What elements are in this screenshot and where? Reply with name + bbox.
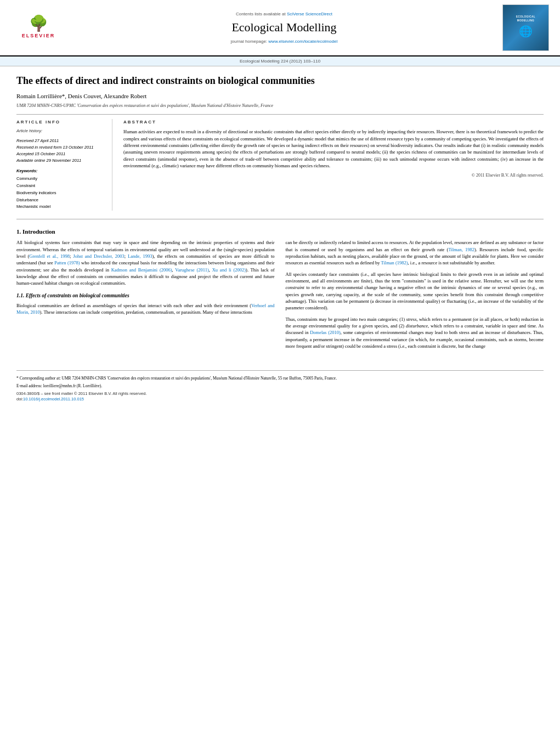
journal-homepage-link[interactable]: www.elsevier.com/locate/ecolmodel: [268, 39, 337, 44]
main-content: The effects of direct and indirect const…: [0, 66, 560, 362]
doi-line: doi:10.1016/j.ecolmodel.2011.10.015: [16, 397, 544, 403]
ref-kadmon[interactable]: Kadmon and Benjamini (2006): [111, 267, 172, 273]
intro-para-2: Biological communities are defined as as…: [16, 302, 275, 316]
body-right-col: can be directly or indirectly related to…: [286, 239, 544, 354]
keywords-section: Keywords: Community Constraint Biodivers…: [16, 168, 104, 211]
journal-homepage: journal homepage: www.elsevier.com/locat…: [77, 38, 491, 44]
right-para-2: All species constantly face constraints …: [286, 271, 544, 312]
ref-verhoef[interactable]: Verhoef and Morin, 2010: [16, 303, 274, 315]
issn-line: 0304-3800/$ – see front matter © 2011 El…: [16, 391, 544, 397]
article-info-abstract: ARTICLE INFO Article history: Received 2…: [16, 119, 544, 211]
authors: Romain Lorrillière*, Denis Couvet, Alexa…: [16, 92, 544, 100]
ref-tilman-1982[interactable]: Tilman, 1982: [448, 247, 474, 252]
footnote-email: E-mail address: lorrilliere@mnhn.fr (R. …: [16, 383, 544, 389]
citation-bar: Ecological Modelling 224 (2012) 103–110: [0, 56, 560, 66]
doi-link[interactable]: 10.1016/j.ecolmodel.2011.10.015: [23, 397, 84, 401]
sciverse-line: Contents lists available at SciVerse Sci…: [77, 11, 491, 17]
date-accepted: Accepted 15 October 2011: [16, 151, 104, 157]
article-history: Article history: Received 27 April 2011 …: [16, 128, 104, 164]
keyword-constraint: Constraint: [16, 183, 104, 190]
abstract-column: ABSTRACT Human activities are expected t…: [123, 119, 544, 211]
date-received: Received 27 April 2011: [16, 138, 104, 144]
keyword-disturbance: Disturbance: [16, 197, 104, 204]
date-revised: Received in revised form 13 October 2011: [16, 144, 104, 151]
elsevier-logo: 🌳 ELSEVIER: [11, 16, 66, 39]
date-online: Available online 29 November 2011: [16, 157, 104, 164]
elsevier-tree-icon: 🌳: [29, 16, 48, 31]
body-content: 1. Introduction All biological systems f…: [16, 228, 544, 354]
journal-center: Contents lists available at SciVerse Sci…: [66, 11, 502, 44]
ref-johst[interactable]: Johst and Drechsler, 2003: [73, 253, 124, 259]
abstract-header: ABSTRACT: [123, 119, 544, 125]
body-two-col: All biological systems face constraints …: [16, 239, 544, 354]
journal-title: Ecological Modelling: [77, 19, 491, 36]
elsevier-wordmark: ELSEVIER: [22, 32, 55, 39]
ecological-modelling-logo: ECOLOGICAL MODELLING 🌐: [502, 4, 549, 51]
right-para-3: Thus, constraints may be grouped into tw…: [286, 316, 544, 350]
abstract-copyright: © 2011 Elsevier B.V. All rights reserved…: [123, 172, 544, 178]
keyword-community: Community: [16, 176, 104, 183]
body-left-col: All biological systems face constraints …: [16, 239, 275, 354]
ref-grenfell[interactable]: Grenfell et al., 1998: [29, 253, 70, 259]
sciverse-link[interactable]: SciVerse ScienceDirect: [287, 12, 332, 16]
ref-lande[interactable]: Lande, 1993: [128, 253, 152, 259]
right-para-1: can be directly or indirectly related to…: [286, 239, 544, 266]
ref-xu[interactable]: Xu and li (2002): [212, 267, 246, 273]
journal-header: 🌳 ELSEVIER Contents lists available at S…: [0, 0, 560, 56]
abstract-text: Human activities are expected to result …: [123, 128, 544, 169]
section-1-1-title: 1.1. Effects of constraints on biologica…: [16, 292, 275, 299]
article-info-header: ARTICLE INFO: [16, 119, 104, 125]
ref-patten[interactable]: Patten (1978): [54, 260, 80, 265]
keywords-label: Keywords:: [16, 168, 104, 174]
body-divider: [16, 219, 544, 219]
article-title: The effects of direct and indirect const…: [16, 75, 544, 87]
article-info-column: ARTICLE INFO Article history: Received 2…: [16, 119, 112, 211]
keyword-mechanistic: Mechanistic model: [16, 203, 104, 211]
keyword-biodiversity: Biodiversity indicators: [16, 190, 104, 197]
affiliation: UMR 7204 MNHN-CNRS-UPMC 'Conservation de…: [16, 103, 544, 109]
ref-varughese[interactable]: Varughese (2011): [175, 267, 209, 273]
footnote-corresponding: * Corresponding author at: UMR 7204 MNHN…: [16, 375, 544, 381]
section1-title: 1. Introduction: [16, 228, 544, 236]
page-footer: * Corresponding author at: UMR 7204 MNHN…: [16, 370, 544, 403]
ref-domelas[interactable]: Domelas (2010): [310, 330, 341, 335]
section-divider: [16, 114, 544, 115]
intro-para-1: All biological systems face constraints …: [16, 239, 275, 286]
email-link[interactable]: lorrilliere@mnhn.fr (R. Lorrillière).: [43, 383, 103, 388]
ref-tilman-def[interactable]: Tilman (1982): [381, 260, 408, 265]
